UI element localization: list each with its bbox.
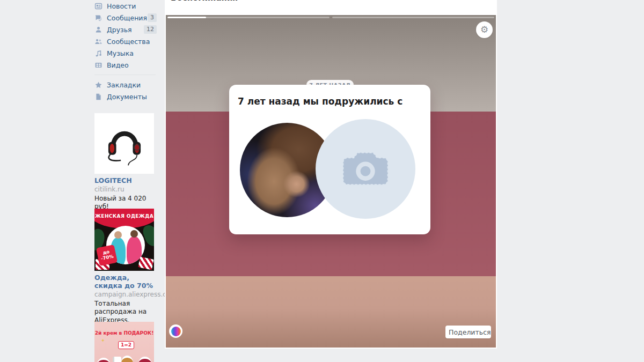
sidebar-item-music[interactable]: Музыка bbox=[94, 47, 157, 59]
ad-domain: citilink.ru bbox=[94, 186, 155, 193]
news-icon bbox=[94, 2, 103, 10]
memories-panel: Воспоминания ⚙ 7 ЛЕТ НАЗАД 7 лет назад м… bbox=[165, 0, 497, 349]
sidebar-nav: Новости Сообщения 3 Друзья 12 Сообщества… bbox=[94, 0, 157, 102]
sparkle-icon: ✦ bbox=[101, 338, 105, 343]
sidebar-item-messages[interactable]: Сообщения 3 bbox=[94, 12, 157, 24]
sidebar-item-label: Новости bbox=[107, 2, 136, 10]
music-icon bbox=[94, 49, 103, 57]
sidebar-item-label: Закладки bbox=[107, 81, 141, 89]
cream-jar bbox=[97, 358, 111, 362]
sidebar-item-label: Друзья bbox=[107, 26, 132, 34]
story-canvas: ⚙ 7 ЛЕТ НАЗАД 7 лет назад мы подружились… bbox=[166, 15, 496, 348]
friends-count-badge: 12 bbox=[144, 25, 157, 34]
memory-headline: 7 лет назад мы подружились с bbox=[238, 96, 402, 107]
cream-tube bbox=[113, 357, 121, 362]
sidebar-item-news[interactable]: Новости bbox=[94, 0, 157, 12]
ad-domain: campaign.aliexpress.com bbox=[94, 291, 155, 298]
messages-count-badge: 3 bbox=[148, 13, 157, 22]
sidebar-item-friends[interactable]: Друзья 12 bbox=[94, 24, 157, 35]
documents-icon bbox=[94, 93, 103, 101]
model-head bbox=[114, 231, 122, 239]
cream-jar bbox=[138, 357, 152, 362]
progress-fill bbox=[167, 17, 206, 18]
communities-icon bbox=[94, 38, 103, 46]
ad-image-headset[interactable] bbox=[94, 113, 154, 174]
progress-segment-1 bbox=[167, 17, 330, 18]
ad-logitech: LOGITECH citilink.ru Новый за 4 020 руб! bbox=[94, 113, 155, 211]
sidebar-item-label: Видео bbox=[107, 61, 129, 69]
ad-cosmetics: 2й крем в ПОДАРОК! 1=2 ✦ bbox=[94, 322, 155, 362]
sidebar-item-bookmarks[interactable]: Закладки bbox=[94, 79, 157, 91]
rainbow-icon bbox=[171, 327, 181, 336]
sidebar-item-documents[interactable]: Документы bbox=[94, 91, 157, 102]
gear-icon: ⚙ bbox=[480, 25, 488, 34]
cream-jar-gold bbox=[121, 356, 133, 362]
photo-placeholder bbox=[316, 119, 415, 219]
sidebar-item-video[interactable]: Видео bbox=[94, 59, 157, 71]
messages-icon bbox=[94, 14, 103, 22]
friends-icon bbox=[94, 26, 103, 34]
model-head bbox=[130, 230, 138, 238]
video-icon bbox=[94, 61, 103, 69]
sidebar-item-label: Сообщества bbox=[107, 38, 150, 46]
sidebar-item-label: Документы bbox=[107, 93, 147, 101]
story-progress-bar bbox=[167, 17, 494, 18]
sidebar-item-label: Музыка bbox=[107, 49, 134, 57]
ad-image-caption: ЖЕНСКАЯ ОДЕЖДА bbox=[94, 213, 154, 219]
ad-image-caption: 2й крем в ПОДАРОК! bbox=[94, 330, 154, 336]
sidebar-divider bbox=[94, 75, 156, 75]
sidebar-item-communities[interactable]: Сообщества bbox=[94, 35, 157, 47]
camera-icon bbox=[339, 148, 392, 190]
gift-box bbox=[138, 257, 154, 270]
ad-image-cosmetics[interactable]: 2й крем в ПОДАРОК! 1=2 ✦ bbox=[94, 322, 154, 362]
story-settings-button[interactable]: ⚙ bbox=[476, 21, 493, 38]
headset-illustration bbox=[101, 119, 148, 168]
memories-app-avatar[interactable] bbox=[169, 324, 182, 338]
page-title: Воспоминания bbox=[171, 0, 278, 3]
bookmarks-icon bbox=[94, 81, 103, 89]
memory-card: 7 лет назад мы подружились с bbox=[229, 85, 430, 234]
promo-badge: 1=2 bbox=[118, 341, 134, 349]
ad-title-link[interactable]: LOGITECH bbox=[94, 176, 155, 184]
sidebar-item-label: Сообщения bbox=[107, 14, 147, 22]
discount-badge: до -70% bbox=[96, 245, 118, 266]
progress-segment-2 bbox=[332, 17, 494, 18]
ad-title-link[interactable]: Одежда, скидка до 70% bbox=[94, 274, 155, 290]
ad-image-clothing[interactable]: ЖЕНСКАЯ ОДЕЖДА до -70% bbox=[94, 209, 154, 271]
share-button[interactable]: Поделиться bbox=[445, 326, 491, 338]
